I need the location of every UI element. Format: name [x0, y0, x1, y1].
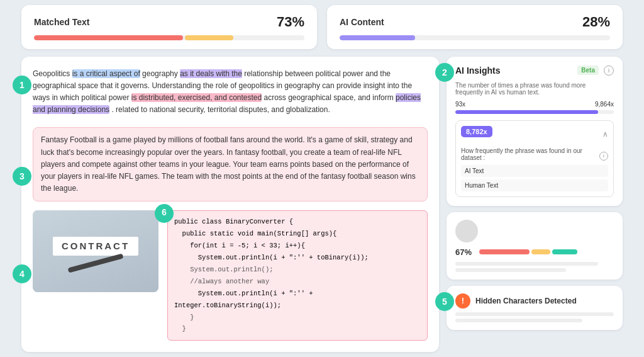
ai-content-header: AI Content 28%: [340, 14, 610, 30]
insights-scale: 93x 9,864x: [455, 101, 614, 108]
matched-text-title: Matched Text: [34, 17, 89, 27]
line-2: [455, 268, 566, 272]
ai-insights-card: AI Insights Beta i The number of times a…: [447, 57, 623, 206]
phrase-list: AI Text Human Text: [461, 165, 608, 191]
mini-bars: [479, 249, 614, 254]
warning-icon: !: [455, 293, 470, 309]
badge-1: 1: [13, 76, 31, 94]
main-container: Matched Text 73% AI Content 28%: [14, 0, 630, 357]
hidden-line-2: [455, 319, 582, 322]
bottom-section: 4 CONTRACT 6 public class: [33, 210, 428, 341]
highlight-pink-1: is distributed, exercised, and contested: [131, 93, 262, 102]
ai-text-item: AI Text: [461, 165, 608, 177]
text-block-2: Fantasy Football is a game played by mil…: [33, 127, 428, 201]
contract-label: CONTRACT: [62, 241, 130, 251]
badge-5: 5: [435, 292, 454, 311]
insights-expanded: 8,782x ∧ How frequently the phrase was f…: [455, 120, 614, 197]
matched-text-bar-red: [34, 35, 183, 40]
human-text-item: Human Text: [461, 179, 608, 191]
highlight-purple-1: as it deals with the: [180, 69, 242, 78]
info-icon[interactable]: i: [604, 65, 614, 76]
percent-row: [455, 220, 614, 242]
right-panel: 2 AI Insights Beta i The number of times…: [447, 57, 623, 353]
main-panel: 1 Geopolitics is a critical aspect of ge…: [21, 57, 439, 353]
insights-bar-fill: [455, 110, 598, 114]
insights-section: 2 AI Insights Beta i The number of times…: [447, 57, 623, 206]
ai-content-value: 28%: [582, 14, 610, 30]
ai-content-bar: [340, 35, 415, 40]
badge-3: 3: [13, 167, 31, 186]
code-line-8: }: [174, 312, 421, 324]
ai-content-progress-bg: [340, 35, 610, 40]
code-line-7: System.out.println(i + ":'' + Integer.to…: [174, 288, 421, 312]
code-line-5: System.out.println();: [174, 264, 421, 276]
bar-orange: [531, 249, 550, 254]
badge-4: 4: [13, 264, 31, 283]
text-geo-2: geography: [140, 69, 180, 78]
matched-text-value: 73%: [277, 14, 304, 30]
phrase-info-icon[interactable]: i: [599, 152, 608, 161]
hidden-title: Hidden Characters Detected: [475, 297, 577, 305]
matched-text-card: Matched Text 73%: [21, 5, 317, 49]
scale-left: 93x: [455, 101, 465, 108]
code-line-1: public class BinaryConverter {: [174, 216, 421, 228]
insights-header: AI Insights Beta i: [455, 65, 614, 76]
ai-content-card: AI Content 28%: [327, 5, 623, 49]
matched-text-bar-yellow: [185, 35, 233, 40]
insights-bar: [455, 110, 614, 114]
phrase-label: How frequently the phrase was found in o…: [461, 147, 599, 161]
code-line-3: for(int i = -5; i < 33; i++){: [174, 240, 421, 252]
ai-content-title: AI Content: [340, 17, 384, 27]
matched-text-header: Matched Text 73%: [34, 14, 304, 30]
percent-lines: [455, 262, 614, 272]
highlight-blue-1: is a critical aspect of: [72, 69, 140, 78]
percent-bar-row: 67%: [455, 247, 614, 257]
percent-value: 67%: [455, 247, 472, 257]
insights-subtitle: The number of times a phrase was found m…: [455, 82, 614, 96]
text-geo-4: across geographical space, and inform: [262, 93, 396, 102]
code-line-6: //always another way: [174, 276, 421, 288]
line-1: [455, 262, 598, 266]
matched-text-progress-bg: [34, 35, 304, 40]
contract-image: CONTRACT: [33, 210, 158, 292]
insights-header-right: Beta i: [577, 65, 614, 76]
hidden-characters-card: ! Hidden Characters Detected: [447, 286, 623, 330]
code-line-4: System.out.println(i + ":'' + toBinary(i…: [174, 252, 421, 264]
hidden-line-1: [455, 312, 614, 316]
text-block-1: Geopolitics is a critical aspect of geog…: [33, 68, 428, 116]
text-geo-1: Geopolitics: [33, 69, 72, 78]
stats-row: Matched Text 73% AI Content 28%: [21, 5, 623, 49]
hidden-section: 5 ! Hidden Characters Detected: [447, 286, 623, 330]
scale-right: 9,864x: [595, 101, 614, 108]
insights-title: AI Insights: [455, 65, 501, 76]
content-row: 1 Geopolitics is a critical aspect of ge…: [21, 57, 623, 353]
bar-red: [479, 249, 530, 254]
freq-badge: 8,782x: [461, 126, 492, 137]
percent-card: 67%: [447, 212, 623, 280]
collapse-arrow[interactable]: ∧: [602, 130, 608, 139]
code-line-9: }: [174, 323, 421, 335]
hidden-header: ! Hidden Characters Detected: [455, 293, 614, 309]
code-block: 6 public class BinaryConverter { public …: [167, 210, 428, 341]
beta-badge: Beta: [577, 65, 599, 75]
hidden-lines: [455, 312, 614, 322]
bar-teal: [552, 249, 577, 254]
badge-2: 2: [435, 63, 454, 82]
text-geo-5: . related to national security, territor…: [109, 105, 330, 114]
code-line-2: public static void main(String[] args){: [174, 228, 421, 240]
avatar: [455, 220, 478, 242]
